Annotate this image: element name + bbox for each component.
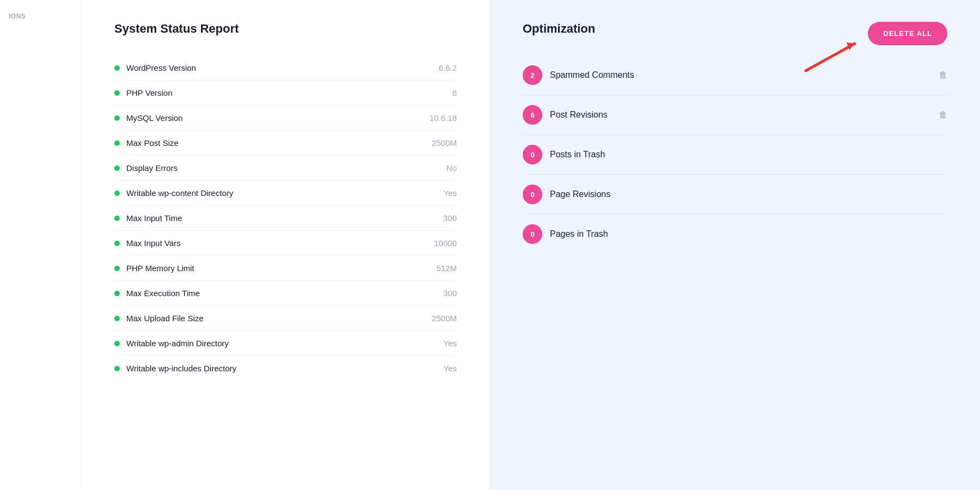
opt-label: Spammed Comments bbox=[550, 70, 931, 80]
status-item-left: Writable wp-includes Directory bbox=[114, 364, 236, 373]
optimization-list: 2 Spammed Comments 🗑 6 Post Revisions 🗑 … bbox=[523, 56, 947, 254]
opt-item: 6 Post Revisions 🗑 bbox=[523, 95, 947, 135]
status-dot bbox=[114, 140, 120, 146]
status-dot bbox=[114, 166, 120, 171]
opt-badge: 2 bbox=[523, 65, 542, 85]
status-item: Writable wp-includes Directory Yes bbox=[114, 356, 457, 381]
status-item: PHP Memory Limit 512M bbox=[114, 256, 457, 281]
status-dot bbox=[114, 316, 120, 321]
status-value: 2500M bbox=[432, 138, 457, 148]
status-dot bbox=[114, 241, 120, 246]
trash-icon[interactable]: 🗑 bbox=[939, 110, 947, 120]
status-label: WordPress Version bbox=[126, 63, 196, 72]
system-status-panel: System Status Report WordPress Version 6… bbox=[82, 0, 490, 490]
status-item: Display Errors No bbox=[114, 156, 457, 181]
status-value: Yes bbox=[444, 364, 457, 373]
status-label: Display Errors bbox=[126, 163, 177, 173]
status-label: Max Execution Time bbox=[126, 289, 200, 298]
status-label: Writable wp-content Directory bbox=[126, 188, 233, 198]
system-status-title: System Status Report bbox=[114, 22, 457, 36]
status-value: 300 bbox=[443, 213, 457, 223]
status-item: Max Upload File Size 2500M bbox=[114, 306, 457, 331]
status-label: Max Input Vars bbox=[126, 238, 181, 248]
status-dot bbox=[114, 216, 120, 221]
opt-item: 2 Spammed Comments 🗑 bbox=[523, 56, 947, 95]
opt-label: Page Revisions bbox=[550, 189, 947, 199]
status-label: Writable wp-includes Directory bbox=[126, 364, 236, 373]
status-item-left: Display Errors bbox=[114, 163, 177, 173]
status-item-left: MySQL Version bbox=[114, 113, 183, 122]
status-item-left: Max Input Time bbox=[114, 213, 182, 223]
arrow-indicator bbox=[800, 33, 871, 78]
trash-icon[interactable]: 🗑 bbox=[939, 70, 947, 80]
status-item: Max Input Time 300 bbox=[114, 206, 457, 231]
opt-badge: 0 bbox=[523, 224, 542, 244]
status-value: 6.6.2 bbox=[439, 63, 457, 72]
status-item-left: Writable wp-admin Directory bbox=[114, 339, 229, 348]
status-dot bbox=[114, 90, 120, 96]
status-value: No bbox=[446, 163, 457, 173]
red-arrow-icon bbox=[800, 33, 871, 76]
opt-item: 0 Page Revisions bbox=[523, 175, 947, 215]
status-value: 10000 bbox=[434, 238, 457, 248]
status-item-left: Writable wp-content Directory bbox=[114, 188, 233, 198]
status-dot bbox=[114, 341, 120, 346]
status-dot bbox=[114, 291, 120, 296]
status-dot bbox=[114, 115, 120, 121]
status-label: Max Post Size bbox=[126, 138, 179, 148]
main-content: System Status Report WordPress Version 6… bbox=[82, 0, 980, 490]
status-value: 10.6.18 bbox=[430, 113, 457, 122]
opt-item: 0 Posts in Trash bbox=[523, 135, 947, 175]
status-dot bbox=[114, 65, 120, 71]
status-dot bbox=[114, 266, 120, 271]
status-item-left: Max Input Vars bbox=[114, 238, 181, 248]
status-item-left: Max Upload File Size bbox=[114, 314, 204, 323]
opt-label: Posts in Trash bbox=[550, 150, 947, 160]
status-item: Writable wp-content Directory Yes bbox=[114, 181, 457, 206]
status-list: WordPress Version 6.6.2 PHP Version 8 My… bbox=[114, 56, 457, 381]
status-item-left: PHP Memory Limit bbox=[114, 264, 194, 273]
status-item: Writable wp-admin Directory Yes bbox=[114, 331, 457, 356]
status-item: MySQL Version 10.6.18 bbox=[114, 106, 457, 131]
status-item: Max Post Size 2500M bbox=[114, 131, 457, 156]
status-item: Max Input Vars 10000 bbox=[114, 231, 457, 256]
svg-line-0 bbox=[806, 44, 855, 71]
status-value: 8 bbox=[452, 88, 457, 97]
status-label: Writable wp-admin Directory bbox=[126, 339, 229, 348]
opt-badge: 0 bbox=[523, 145, 542, 164]
opt-label: Pages in Trash bbox=[550, 229, 947, 239]
status-label: PHP Memory Limit bbox=[126, 264, 194, 273]
status-dot bbox=[114, 191, 120, 196]
status-label: Max Input Time bbox=[126, 213, 182, 223]
optimization-panel: Optimization DELETE ALL 2 Spammed Commen… bbox=[490, 0, 980, 490]
status-item-left: WordPress Version bbox=[114, 63, 196, 72]
status-value: Yes bbox=[444, 339, 457, 348]
status-item: Max Execution Time 300 bbox=[114, 281, 457, 306]
opt-badge: 6 bbox=[523, 105, 542, 125]
status-item: WordPress Version 6.6.2 bbox=[114, 56, 457, 81]
sidebar-title: IONS bbox=[9, 13, 26, 20]
sidebar: IONS bbox=[0, 0, 82, 490]
status-label: Max Upload File Size bbox=[126, 314, 204, 323]
status-value: Yes bbox=[444, 188, 457, 198]
opt-label: Post Revisions bbox=[550, 110, 931, 120]
status-item-left: Max Post Size bbox=[114, 138, 179, 148]
status-label: MySQL Version bbox=[126, 113, 183, 122]
status-value: 2500M bbox=[432, 314, 457, 323]
status-item-left: Max Execution Time bbox=[114, 289, 200, 298]
opt-item: 0 Pages in Trash bbox=[523, 215, 947, 254]
status-dot bbox=[114, 366, 120, 371]
delete-all-button[interactable]: DELETE ALL bbox=[868, 22, 947, 45]
status-value: 300 bbox=[443, 289, 457, 298]
status-value: 512M bbox=[436, 264, 457, 273]
status-item: PHP Version 8 bbox=[114, 81, 457, 106]
status-item-left: PHP Version bbox=[114, 88, 173, 97]
status-label: PHP Version bbox=[126, 88, 173, 97]
opt-badge: 0 bbox=[523, 185, 542, 204]
